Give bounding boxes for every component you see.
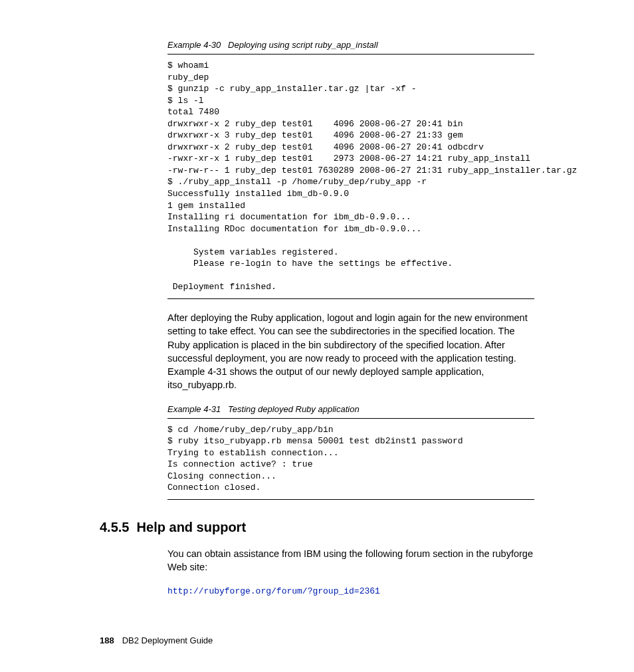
code-block-1: $ whoami ruby_dep $ gunzip -c ruby_app_i… <box>167 54 534 299</box>
paragraph-1: After deploying the Ruby application, lo… <box>167 311 534 392</box>
example-title-1: Deploying using script ruby_app_install <box>228 40 377 50</box>
example-caption-1: Example 4-30 Deploying using script ruby… <box>167 40 534 50</box>
page-number: 188 <box>100 635 114 645</box>
section-title: Help and support <box>137 520 246 534</box>
book-title: DB2 Deployment Guide <box>122 635 213 645</box>
paragraph-2: You can obtain assistance from IBM using… <box>167 547 534 574</box>
section-number: 4.5.5 <box>100 520 129 534</box>
rubyforge-link[interactable]: http://rubyforge.org/forum/?group_id=236… <box>167 586 534 596</box>
example-number-1: Example 4-30 <box>167 40 221 50</box>
code-block-2: $ cd /home/ruby_dep/ruby_app/bin $ ruby … <box>167 418 534 500</box>
example-caption-2: Example 4-31 Testing deployed Ruby appli… <box>167 404 534 414</box>
example-title-2: Testing deployed Ruby application <box>228 404 360 414</box>
page-footer: 188DB2 Deployment Guide <box>100 635 213 645</box>
page-content: Example 4-30 Deploying using script ruby… <box>0 0 634 596</box>
example-number-2: Example 4-31 <box>167 404 221 414</box>
section-heading: 4.5.5 Help and support <box>100 520 534 535</box>
